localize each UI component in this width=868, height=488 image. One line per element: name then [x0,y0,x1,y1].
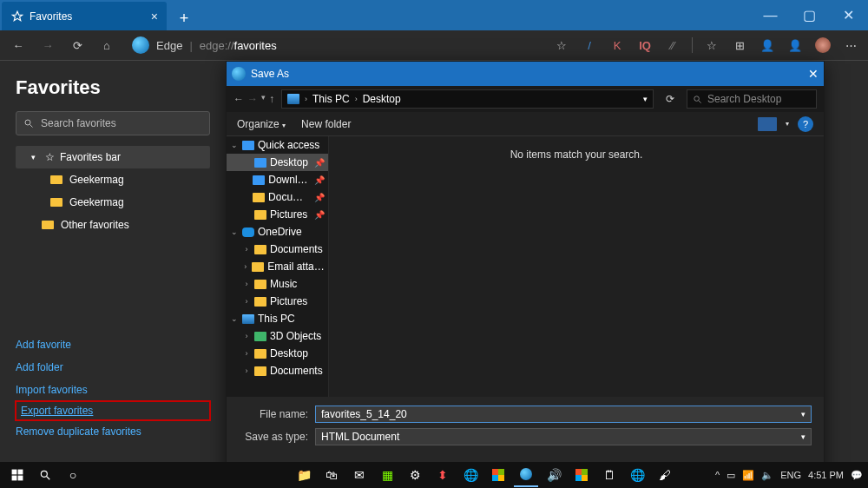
minimize-button[interactable]: — [751,0,790,30]
search-favorites-input[interactable]: Search favorites [16,111,210,135]
system-tray[interactable]: ^ ▭ 📶 🔈 ENG 4:51 PM 💬 [715,470,863,481]
expand-icon[interactable]: › [242,297,251,306]
dialog-search-input[interactable]: Search Desktop [687,89,817,109]
tree-item[interactable]: Downloads📌 [227,171,328,188]
add-folder-link[interactable]: Add folder [16,356,210,379]
search-button[interactable] [33,463,57,487]
taskbar-app[interactable]: 🗒 [597,463,621,487]
language-indicator[interactable]: ENG [780,470,801,480]
cortana-button[interactable]: ○ [61,463,85,487]
taskbar-app[interactable]: 🔊 [542,463,566,487]
dialog-close-button[interactable]: ✕ [808,67,819,81]
expand-icon[interactable]: ⌄ [230,141,239,149]
expand-icon[interactable]: › [242,366,251,375]
taskbar-app-edge[interactable] [514,463,538,487]
favorites-hub-button[interactable]: ☆ [703,39,720,52]
taskbar-app[interactable]: 🖌 [653,463,677,487]
address-bar[interactable]: Edge | edge://favorites [132,36,277,54]
taskbar-app[interactable]: ⬍ [431,463,455,487]
taskbar-app[interactable] [569,463,594,487]
tree-item[interactable]: ›Music [227,275,328,293]
dropdown-caret-icon[interactable]: ▾ [801,410,806,419]
close-window-button[interactable]: ✕ [829,0,868,30]
expand-icon[interactable]: › [242,349,251,358]
notifications-icon[interactable]: 💬 [851,470,863,481]
folder-tree[interactable]: ⌄Quick accessDesktop📌Downloads📌Documents… [227,136,329,397]
nav-forward-button[interactable]: → [247,93,258,105]
dropdown-caret-icon[interactable]: ▾ [801,432,806,441]
ext-icon[interactable]: K [608,39,626,52]
new-folder-button[interactable]: New folder [301,118,351,130]
taskbar-app[interactable]: 📁 [292,463,316,487]
forward-button[interactable]: → [38,39,57,52]
tree-item[interactable]: ›Documents [227,241,328,258]
tree-item[interactable]: ›Documents [227,362,328,379]
folder-node[interactable]: Geekermag [45,168,210,191]
nav-up-button[interactable]: ↑ [269,93,274,105]
breadcrumb-item[interactable]: This PC [312,93,350,105]
tree-item[interactable]: Documents📌 [227,188,328,206]
file-name-input[interactable]: favorites_5_14_20 ▾ [315,406,812,423]
refresh-button[interactable]: ⟳ [661,93,680,105]
tree-item[interactable]: ›Email attachmen [227,258,328,275]
tree-item[interactable]: ⌄OneDrive [227,223,328,241]
folder-node[interactable]: Geekermag [45,191,210,214]
ext-icon[interactable]: IQ [636,39,654,52]
remove-duplicates-link[interactable]: Remove duplicate favorites [16,420,210,443]
organize-button[interactable]: Organize ▾ [237,118,286,130]
collections-button[interactable]: ⊞ [731,39,748,52]
expand-icon[interactable]: › [242,332,251,340]
start-button[interactable] [5,463,30,487]
avatar-icon[interactable] [814,37,832,53]
tree-item[interactable]: ›Pictures [227,293,328,310]
taskbar-app[interactable]: 🛍 [319,463,344,487]
chevron-down-icon[interactable]: ▾ [786,120,789,128]
taskbar-app[interactable]: ▦ [375,463,399,487]
save-type-select[interactable]: HTML Document ▾ [315,428,812,445]
refresh-button[interactable]: ⟳ [68,39,87,52]
browser-tab[interactable]: Favorites × [2,2,167,30]
import-favorites-link[interactable]: Import favorites [16,379,210,401]
taskbar-app[interactable]: ⚙ [403,463,427,487]
menu-button[interactable]: ⋯ [842,39,859,52]
export-favorites-link[interactable]: Export favorites [16,401,210,420]
add-favorite-link[interactable]: Add favorite [16,333,210,356]
battery-icon[interactable]: ▭ [727,470,735,481]
expand-icon[interactable]: › [242,262,248,271]
tree-item[interactable]: ⌄This PC [227,310,328,327]
tree-item[interactable]: ›3D Objects [227,327,328,345]
nav-chevron-down-icon[interactable]: ▾ [261,93,266,105]
home-button[interactable]: ⌂ [97,39,116,52]
expand-icon[interactable]: ⌄ [230,228,239,236]
profile-button-2[interactable]: 👤 [786,39,804,52]
tree-item[interactable]: ⌄Quick access [227,136,328,154]
taskbar-app[interactable]: 🌐 [625,463,649,487]
breadcrumb-item[interactable]: Desktop [363,93,401,105]
profile-button-1[interactable]: 👤 [759,39,776,52]
view-mode-button[interactable] [758,117,777,131]
back-button[interactable]: ← [9,39,28,52]
breadcrumb-bar[interactable]: › This PC › Desktop ▾ [281,89,654,109]
expand-icon[interactable]: › [242,245,251,254]
clock[interactable]: 4:51 PM [808,470,844,480]
chevron-down-icon[interactable]: ▾ [643,95,648,103]
taskbar-app[interactable]: 🌐 [458,463,483,487]
new-tab-button[interactable]: + [172,6,196,30]
volume-icon[interactable]: 🔈 [761,470,773,481]
tree-item[interactable]: Desktop📌 [227,154,328,171]
taskbar-app[interactable]: ✉ [347,463,372,487]
dialog-titlebar[interactable]: Save As ✕ [227,62,824,86]
tray-chevron-icon[interactable]: ^ [715,470,720,480]
favorites-bar-node[interactable]: ▾ ☆ Favorites bar [16,146,210,168]
nav-back-button[interactable]: ← [233,93,244,105]
maximize-button[interactable]: ▢ [790,0,829,30]
ext-icon[interactable]: ∕∕ [664,39,681,52]
help-button[interactable]: ? [798,116,813,132]
expand-icon[interactable]: › [242,280,251,288]
favorite-star-button[interactable]: ☆ [553,39,570,52]
tree-item[interactable]: ›Desktop [227,345,328,362]
other-favorites-node[interactable]: Other favorites [36,214,210,236]
tree-item[interactable]: Pictures📌 [227,206,328,223]
wifi-icon[interactable]: 📶 [742,470,754,481]
expand-icon[interactable]: ⌄ [230,314,239,323]
